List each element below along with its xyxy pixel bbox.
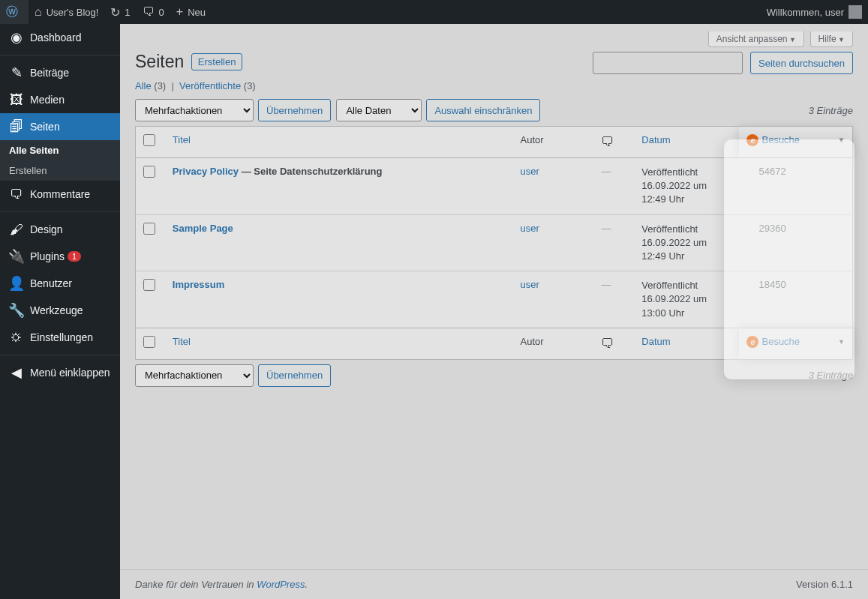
menu-users[interactable]: 👤Benutzer: [0, 270, 120, 297]
search-input[interactable]: [593, 52, 743, 74]
col-visits[interactable]: eBesuche▼: [739, 127, 852, 158]
col-title[interactable]: Titel: [165, 127, 513, 158]
dashboard-icon: ◉: [9, 30, 24, 45]
admin-sidebar: ◉Dashboard ✎Beiträge 🖾Medien 🗐Seiten All…: [0, 24, 120, 599]
menu-collapse[interactable]: ◀Menü einklappen: [0, 359, 120, 386]
comments-dash: —: [601, 279, 611, 290]
search-button[interactable]: Seiten durchsuchen: [750, 52, 853, 74]
table-row: Sample Page user — Veröffentlicht16.09.2…: [136, 214, 853, 271]
apply-button[interactable]: Übernehmen: [258, 99, 331, 121]
visits-value: 54672: [739, 158, 852, 215]
page-title: Seiten: [135, 52, 184, 72]
comment-icon: 🗨: [601, 336, 614, 351]
main-content: Ansicht anpassen Hilfe Seiten Erstellen …: [120, 24, 868, 599]
col-author-foot: Autor: [513, 328, 594, 359]
col-date[interactable]: Datum: [634, 127, 739, 158]
menu-comments[interactable]: 🗨Kommentare: [0, 181, 120, 208]
add-new-button[interactable]: Erstellen: [191, 53, 243, 70]
admin-footer: Danke für dein Vertrauen in WordPress. V…: [120, 569, 868, 599]
author-link[interactable]: user: [521, 223, 539, 234]
updates-count: 1: [125, 7, 130, 18]
etracker-icon: e: [746, 134, 758, 146]
col-date-foot[interactable]: Datum: [634, 328, 739, 359]
comments-count: 0: [159, 7, 164, 18]
updates-link[interactable]: ↻1: [104, 0, 136, 24]
comment-icon: 🗨: [9, 187, 24, 202]
apply-button-bottom[interactable]: Übernehmen: [258, 364, 331, 387]
items-count-top: 3 Einträge: [809, 105, 853, 116]
menu-plugins[interactable]: 🔌Plugins1: [0, 243, 120, 270]
items-count-bottom: 3 Einträge: [809, 370, 853, 381]
col-author: Autor: [513, 127, 594, 158]
settings-icon: ⛭: [9, 330, 24, 345]
col-comments[interactable]: 🗨: [593, 127, 634, 158]
pages-table: Titel Autor 🗨 Datum eBesuche▼ Privacy Po…: [135, 126, 853, 360]
col-comments-foot[interactable]: 🗨: [593, 328, 634, 359]
sort-icon: ▼: [838, 338, 845, 346]
table-row: Impressum user — Veröffentlicht16.09.202…: [136, 271, 853, 328]
menu-media[interactable]: 🖾Medien: [0, 86, 120, 113]
collapse-icon: ◀: [9, 365, 24, 380]
menu-design[interactable]: 🖌Design: [0, 216, 120, 243]
comments-dash: —: [601, 166, 611, 177]
wordpress-link[interactable]: WordPress: [257, 579, 305, 590]
pin-icon: ✎: [9, 65, 24, 80]
select-all-bottom[interactable]: [143, 336, 155, 348]
page-title-link[interactable]: Privacy Policy: [173, 166, 239, 177]
date-cell: Veröffentlicht16.09.2022 um 12:49 Uhr: [634, 214, 739, 271]
sort-icon: ▼: [838, 136, 845, 144]
date-cell: Veröffentlicht16.09.2022 um 13:00 Uhr: [634, 271, 739, 328]
user-icon: 👤: [9, 276, 24, 291]
help-button[interactable]: Hilfe: [810, 31, 853, 47]
bulk-actions-select[interactable]: Mehrfachaktionen: [135, 99, 254, 121]
post-state: — Seite Datenschutzerklärung: [242, 166, 383, 177]
screen-meta: Ansicht anpassen Hilfe: [135, 31, 868, 47]
tablenav-bottom: Mehrfachaktionen Übernehmen 3 Einträge: [135, 364, 853, 387]
filter-all[interactable]: Alle: [135, 80, 152, 91]
menu-tools[interactable]: 🔧Werkzeuge: [0, 297, 120, 324]
col-title-foot[interactable]: Titel: [165, 328, 513, 359]
bulk-actions-select-bottom[interactable]: Mehrfachaktionen: [135, 364, 254, 387]
comment-icon: 🗨: [601, 134, 614, 149]
search-box: Seiten durchsuchen: [593, 52, 853, 74]
row-checkbox[interactable]: [143, 166, 155, 178]
admin-bar: ⓦ ⌂User's Blog! ↻1 🗨0 +Neu Willkommen, u…: [0, 0, 868, 24]
filter-button[interactable]: Auswahl einschränken: [426, 99, 540, 121]
visits-value: 18450: [739, 271, 852, 328]
welcome-text: Willkommen, user: [767, 7, 844, 18]
select-all-top[interactable]: [143, 134, 155, 146]
col-visits-foot[interactable]: eBesuche▼: [739, 328, 852, 359]
page-title-link[interactable]: Sample Page: [173, 223, 233, 234]
site-name-text: User's Blog!: [47, 7, 99, 18]
tablenav-top: Mehrfachaktionen Übernehmen Alle Daten A…: [135, 99, 853, 121]
date-cell: Veröffentlicht16.09.2022 um 12:49 Uhr: [634, 158, 739, 215]
comments-link[interactable]: 🗨0: [137, 0, 170, 24]
plug-icon: 🔌: [9, 249, 24, 264]
etracker-icon: e: [746, 336, 758, 348]
plugins-badge: 1: [68, 251, 81, 262]
menu-dashboard[interactable]: ◉Dashboard: [0, 24, 120, 51]
submenu-pages: Alle Seiten Erstellen: [0, 140, 120, 181]
pages-icon: 🗐: [9, 119, 24, 134]
submenu-all-pages[interactable]: Alle Seiten: [0, 140, 120, 160]
wp-logo[interactable]: ⓦ: [0, 0, 29, 24]
new-content-link[interactable]: +Neu: [170, 0, 212, 24]
table-row: Privacy Policy — Seite Datenschutzerklär…: [136, 158, 853, 215]
menu-pages[interactable]: 🗐Seiten: [0, 113, 120, 140]
media-icon: 🖾: [9, 92, 24, 107]
menu-posts[interactable]: ✎Beiträge: [0, 59, 120, 86]
page-title-link[interactable]: Impressum: [173, 279, 224, 290]
row-checkbox[interactable]: [143, 223, 155, 235]
my-account-link[interactable]: Willkommen, user: [761, 0, 868, 24]
site-name-link[interactable]: ⌂User's Blog!: [29, 0, 104, 24]
date-filter-select[interactable]: Alle Daten: [336, 99, 422, 121]
screen-options-button[interactable]: Ansicht anpassen: [708, 31, 804, 47]
home-icon: ⌂: [35, 5, 42, 19]
menu-settings[interactable]: ⛭Einstellungen: [0, 324, 120, 351]
author-link[interactable]: user: [521, 279, 539, 290]
row-checkbox[interactable]: [143, 279, 155, 291]
new-label: Neu: [188, 7, 206, 18]
author-link[interactable]: user: [521, 166, 539, 177]
filter-published[interactable]: Veröffentlichte: [179, 80, 241, 91]
submenu-add-new[interactable]: Erstellen: [0, 160, 120, 181]
